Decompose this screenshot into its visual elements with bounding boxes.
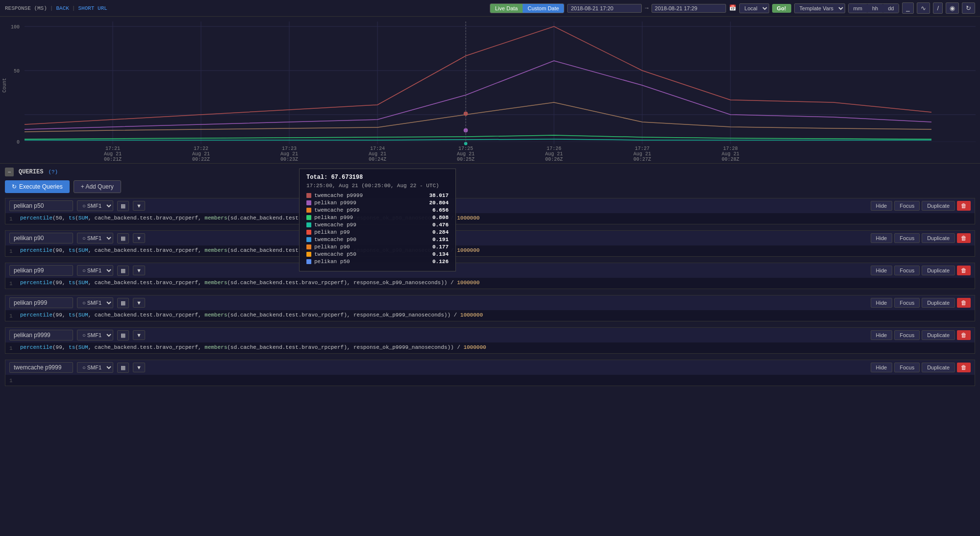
query-header: ○ SMF1 ▦ ▼ Hide Focus Duplicate 🗑 (5, 231, 975, 245)
date-from-input[interactable] (567, 4, 642, 13)
hide-btn[interactable]: Hide (871, 330, 893, 340)
line-number: 1 (9, 312, 17, 319)
focus-btn[interactable]: Focus (894, 233, 920, 243)
live-data-btn[interactable]: Live Data (490, 4, 523, 13)
smf-select[interactable]: ○ SMF1 (77, 265, 113, 276)
delete-btn[interactable]: 🗑 (957, 266, 971, 275)
execute-queries-btn[interactable]: ↻ Execute Queries (5, 180, 70, 193)
hide-btn[interactable]: Hide (871, 298, 893, 308)
add-query-btn[interactable]: + Add Query (74, 180, 121, 193)
svg-text:17:25: 17:25 (458, 146, 473, 151)
smf-select[interactable]: ○ SMF1 (77, 297, 113, 308)
svg-rect-0 (0, 17, 980, 163)
header-controls: Live Data Custom Date → 📅 Local UTC Go! … (490, 2, 975, 14)
focus-btn[interactable]: Focus (894, 330, 920, 340)
svg-text:00:21Z: 00:21Z (104, 157, 122, 162)
svg-text:Aug 21: Aug 21 (280, 151, 298, 157)
svg-text:Aug 21: Aug 21 (457, 151, 475, 157)
query-code: percentile(90, ts(SUM, cache_backend.tes… (20, 247, 971, 253)
svg-text:17:22: 17:22 (194, 146, 208, 151)
hh-btn[interactable]: hh (867, 4, 883, 13)
grid-icon-btn[interactable]: ▦ (117, 298, 129, 308)
query-actions: Hide Focus Duplicate 🗑 (871, 298, 971, 308)
template-vars-select[interactable]: Template Vars (794, 3, 845, 13)
svg-text:00:25Z: 00:25Z (457, 157, 475, 162)
short-url-link[interactable]: SHORT URL (78, 5, 107, 11)
hide-btn[interactable]: Hide (871, 266, 893, 275)
query-name-input[interactable] (9, 362, 73, 373)
timezone-select[interactable]: Local UTC (739, 3, 769, 13)
query-actions: Hide Focus Duplicate 🗑 (871, 201, 971, 211)
at-icon[interactable]: ◉ (946, 2, 959, 14)
delete-btn[interactable]: 🗑 (957, 363, 971, 372)
grid-icon-btn[interactable]: ▦ (117, 363, 129, 373)
grid-icon-btn[interactable]: ▦ (117, 330, 129, 341)
duplicate-btn[interactable]: Duplicate (922, 298, 955, 308)
dd-btn[interactable]: dd (883, 4, 899, 13)
grid-icon-btn[interactable]: ▦ (117, 233, 129, 244)
grid-icon-btn[interactable]: ▦ (117, 201, 129, 211)
delete-btn[interactable]: 🗑 (957, 201, 971, 211)
query-list: ○ SMF1 ▦ ▼ Hide Focus Duplicate 🗑 1 perc… (5, 198, 975, 386)
grid-icon-btn[interactable]: ▦ (117, 266, 129, 276)
custom-date-btn[interactable]: Custom Date (523, 4, 564, 13)
delete-btn[interactable]: 🗑 (957, 298, 971, 308)
queries-help-link[interactable]: (?) (48, 169, 58, 175)
smf-select[interactable]: ○ SMF1 (77, 362, 113, 373)
wave-icon[interactable]: ∿ (917, 2, 930, 14)
svg-text:Aug 21: Aug 21 (369, 151, 386, 157)
query-name-input[interactable] (9, 265, 73, 276)
back-link[interactable]: BACK (56, 5, 69, 11)
collapse-queries-btn[interactable]: − (5, 168, 14, 176)
line-chart-icon[interactable]: ⎯ (902, 2, 914, 14)
line-number: 1 (9, 215, 17, 222)
focus-btn[interactable]: Focus (894, 363, 920, 372)
query-block: ○ SMF1 ▦ ▼ Hide Focus Duplicate 🗑 1 perc… (5, 327, 975, 354)
chevron-down-btn[interactable]: ▼ (133, 266, 145, 275)
duplicate-btn[interactable]: Duplicate (922, 266, 955, 275)
slash-icon[interactable]: / (933, 2, 943, 14)
focus-btn[interactable]: Focus (894, 266, 920, 275)
hide-btn[interactable]: Hide (871, 201, 893, 211)
delete-btn[interactable]: 🗑 (957, 330, 971, 340)
duplicate-btn[interactable]: Duplicate (922, 330, 955, 340)
chevron-down-btn[interactable]: ▼ (133, 233, 145, 243)
query-name-input[interactable] (9, 233, 73, 244)
query-body: 1 percentile(99, ts(SUM, cache_backend.t… (5, 278, 975, 289)
line-number: 1 (9, 280, 17, 287)
duplicate-btn[interactable]: Duplicate (922, 363, 955, 372)
svg-text:00:26Z: 00:26Z (545, 157, 563, 162)
query-name-input[interactable] (9, 200, 73, 211)
date-to-input[interactable] (652, 4, 726, 13)
arrow-icon: → (645, 5, 648, 12)
duplicate-btn[interactable]: Duplicate (922, 201, 955, 211)
svg-text:17:26: 17:26 (547, 146, 561, 151)
delete-btn[interactable]: 🗑 (957, 233, 971, 243)
focus-btn[interactable]: Focus (894, 298, 920, 308)
svg-text:Aug 21: Aug 21 (545, 151, 563, 157)
query-block: ○ SMF1 ▦ ▼ Hide Focus Duplicate 🗑 1 perc… (5, 295, 975, 321)
chevron-down-btn[interactable]: ▼ (133, 201, 145, 211)
smf-select[interactable]: ○ SMF1 (77, 200, 113, 211)
query-name-input[interactable] (9, 297, 73, 308)
query-body: 1 percentile(99, ts(SUM, cache_backend.t… (5, 342, 975, 353)
duplicate-btn[interactable]: Duplicate (922, 233, 955, 243)
focus-btn[interactable]: Focus (894, 201, 920, 211)
separator2: | (72, 5, 75, 11)
hide-btn[interactable]: Hide (871, 233, 893, 243)
queries-actions: ↻ Execute Queries + Add Query (5, 180, 975, 193)
smf-select[interactable]: ○ SMF1 (77, 330, 113, 341)
chevron-down-btn[interactable]: ▼ (133, 363, 145, 372)
chevron-down-btn[interactable]: ▼ (133, 330, 145, 340)
query-name-input[interactable] (9, 330, 73, 341)
smf-select[interactable]: ○ SMF1 (77, 233, 113, 244)
chevron-down-btn[interactable]: ▼ (133, 298, 145, 308)
hide-btn[interactable]: Hide (871, 363, 893, 372)
query-code: percentile(50, ts(SUM, cache_backend.tes… (20, 215, 971, 221)
mm-btn[interactable]: mm (849, 4, 867, 13)
query-body: 1 (5, 375, 975, 386)
refresh-icon[interactable]: ↻ (962, 2, 975, 14)
header-left: RESPONSE (MS) | BACK | SHORT URL (5, 5, 107, 11)
go-button[interactable]: Go! (772, 4, 791, 13)
svg-text:17:28: 17:28 (723, 146, 738, 151)
